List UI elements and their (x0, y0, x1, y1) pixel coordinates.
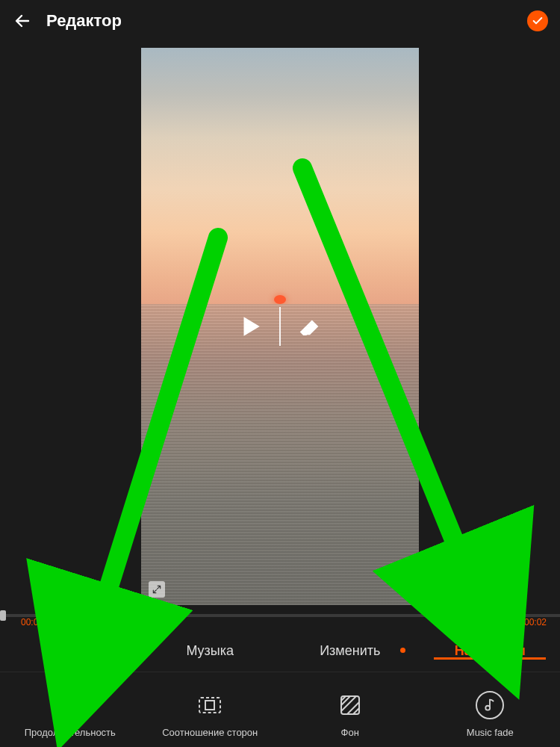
preview-sun (274, 295, 286, 304)
settings-button-label: Продолжительность (25, 727, 116, 738)
expand-icon (152, 584, 162, 595)
notification-dot-icon (400, 648, 405, 653)
tab-settings[interactable]: Настройки (420, 643, 561, 659)
preview-overlay-controls (237, 307, 323, 346)
tab-label: Тема (55, 643, 86, 658)
timeline-thumb[interactable] (0, 610, 6, 621)
fullscreen-button[interactable] (149, 581, 165, 598)
page-title: Редактор (46, 11, 122, 31)
settings-button-label: Music fade (467, 727, 514, 738)
preview-center-line (279, 307, 281, 346)
tab-music[interactable]: Музыка (140, 643, 281, 659)
svg-point-4 (486, 705, 491, 710)
header-bar: Редактор (0, 0, 560, 42)
preview-sky (141, 48, 419, 304)
time-end: 00:02 (524, 617, 547, 627)
tab-label: Музыка (186, 643, 234, 658)
hatch-icon (336, 691, 364, 719)
settings-button-label: Соотношение сторон (162, 727, 258, 738)
arrow-left-icon (13, 12, 31, 30)
back-button[interactable] (12, 10, 33, 31)
music-fade-icon (476, 691, 504, 719)
settings-button-label: Фон (341, 727, 359, 738)
time-start: 00:00 (21, 617, 43, 627)
clock-icon (56, 691, 84, 719)
tab-edit[interactable]: Изменить (280, 643, 420, 659)
settings-row: Продолжительность Соотношение сторон Фон (0, 672, 560, 747)
timeline-track[interactable] (0, 614, 560, 617)
svg-rect-2 (205, 701, 214, 710)
play-icon (244, 317, 260, 336)
play-button[interactable] (237, 314, 263, 339)
timeline[interactable]: 00:00 00:02 (0, 610, 560, 630)
settings-background-button[interactable]: Фон (280, 691, 420, 738)
tab-theme[interactable]: Тема (0, 643, 140, 659)
eraser-button[interactable] (297, 314, 323, 339)
settings-musicfade-button[interactable]: Music fade (420, 691, 561, 738)
tab-label: Настройки (455, 643, 526, 658)
aspect-ratio-icon (196, 691, 224, 719)
preview-sea (141, 304, 419, 605)
check-circle-icon (532, 15, 544, 27)
settings-aspect-button[interactable]: Соотношение сторон (140, 691, 281, 738)
done-button[interactable] (527, 10, 548, 31)
video-preview[interactable] (141, 48, 419, 605)
settings-duration-button[interactable]: Продолжительность (0, 691, 140, 738)
eraser-icon (300, 320, 318, 335)
preview-area (0, 42, 560, 610)
tab-bar: Тема Музыка Изменить Настройки (0, 630, 560, 672)
tab-label: Изменить (320, 643, 380, 658)
